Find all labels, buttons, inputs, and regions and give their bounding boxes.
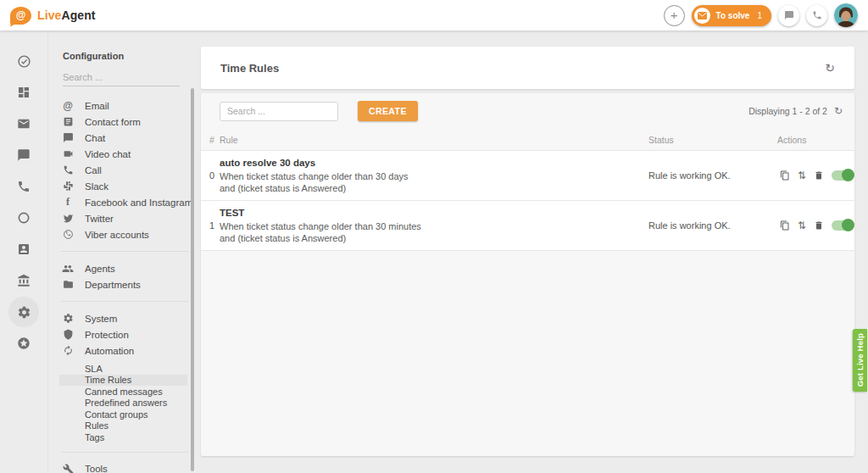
sidebar-item-contact-groups[interactable]: Contact groups <box>59 409 187 420</box>
sidebar-item-tools[interactable]: Tools <box>48 461 199 473</box>
check-circle-icon[interactable] <box>8 46 39 76</box>
search-input[interactable] <box>220 102 338 121</box>
sidebar-item-predefined-answers[interactable]: Predefined answers <box>59 398 187 409</box>
divider <box>61 251 188 252</box>
sidebar-item-protection[interactable]: Protection <box>48 326 199 342</box>
star-circle-icon[interactable] <box>8 328 39 359</box>
add-button[interactable]: + <box>664 5 685 26</box>
contact-form-icon <box>61 116 75 127</box>
sidebar-item-canned-messages[interactable]: Canned messages <box>59 386 187 398</box>
sidebar-item-call[interactable]: Call <box>48 162 199 178</box>
trash-icon[interactable] <box>814 170 824 181</box>
row-index: 0 <box>209 170 220 181</box>
sidebar-item-departments[interactable]: Departments <box>48 276 199 292</box>
copy-icon[interactable] <box>780 170 790 181</box>
sidebar-item-contact-form[interactable]: Contact form <box>48 114 199 130</box>
logo-text: LiveAgent <box>37 8 96 22</box>
table-header: # Rule Status Actions <box>201 129 854 150</box>
sidebar-item-tags[interactable]: Tags <box>59 431 187 443</box>
to-solve-button[interactable]: To solve 1 <box>692 5 771 26</box>
copy-icon[interactable] <box>780 220 790 231</box>
table-row[interactable]: 1 TEST When ticket status change older t… <box>201 200 854 251</box>
sidebar-item-viber[interactable]: Viber accounts <box>48 226 199 242</box>
rule-title: TEST <box>220 207 648 219</box>
rule-condition-line1: When ticket status change older than 30 … <box>220 170 648 182</box>
rule-title: auto resolve 30 days <box>220 157 648 169</box>
phone-icon[interactable] <box>8 171 39 202</box>
twitter-icon <box>61 213 75 224</box>
rule-status: Rule is working OK. <box>648 220 777 231</box>
folder-icon <box>61 279 75 290</box>
sidebar-item-time-rules[interactable]: Time Rules <box>59 375 187 387</box>
facebook-icon: f <box>61 196 75 209</box>
sidebar-item-chat[interactable]: Chat <box>48 130 199 146</box>
chat-icon <box>61 132 75 143</box>
sidebar-item-slack[interactable]: Slack <box>48 178 199 194</box>
mail-icon[interactable] <box>8 109 39 139</box>
rule-condition-line2: and (ticket status is Answered) <box>220 182 648 194</box>
sidebar-item-video-chat[interactable]: Video chat <box>48 146 199 162</box>
video-chat-icon <box>61 148 75 159</box>
to-solve-label: To solve <box>716 11 750 20</box>
sidebar-item-system[interactable]: System <box>48 310 199 326</box>
ring-icon[interactable] <box>8 203 39 233</box>
dashboard-icon[interactable] <box>8 77 39 108</box>
divider <box>61 301 188 302</box>
bank-icon[interactable] <box>8 265 39 296</box>
col-status: Status <box>648 135 777 145</box>
viber-icon <box>61 229 75 240</box>
refresh-icon[interactable]: ↻ <box>825 62 835 74</box>
sidebar-item-rules[interactable]: Rules <box>59 420 187 432</box>
row-index: 1 <box>209 220 220 231</box>
toolbar: CREATE Displaying 1 - 2 of 2 ↻ <box>201 93 854 129</box>
envelope-icon <box>694 8 710 24</box>
sidebar-heading: Configuration <box>48 31 199 61</box>
sidebar-item-email[interactable]: @ Email <box>48 97 199 114</box>
page-title: Time Rules <box>220 62 279 75</box>
plus-icon: + <box>670 8 678 21</box>
at-icon: @ <box>61 100 75 112</box>
slack-icon <box>61 181 75 192</box>
sidebar-item-sla[interactable]: SLA <box>59 363 187 375</box>
gear-icon[interactable] <box>8 297 39 327</box>
shield-icon <box>61 329 75 340</box>
sidebar-item-twitter[interactable]: Twitter <box>48 210 199 226</box>
sidebar-search-input[interactable] <box>63 69 180 86</box>
gear-icon <box>61 313 75 324</box>
rule-status: Rule is working OK. <box>648 170 777 181</box>
page-header: Time Rules ↻ <box>201 47 854 89</box>
contact-card-icon[interactable] <box>8 234 39 264</box>
calls-button[interactable] <box>806 5 827 26</box>
reorder-icon[interactable]: ⇅ <box>798 170 806 181</box>
col-actions: Actions <box>777 135 843 145</box>
reorder-icon[interactable]: ⇅ <box>798 220 806 231</box>
people-icon <box>61 263 75 275</box>
rule-condition-line2: and (ticket status is Answered) <box>220 232 648 244</box>
messages-button[interactable] <box>778 5 799 26</box>
trash-icon[interactable] <box>814 220 824 231</box>
displaying-count: Displaying 1 - 2 of 2 <box>748 106 827 116</box>
icon-rail <box>0 31 48 473</box>
liveagent-logo[interactable]: @ LiveAgent <box>10 7 96 25</box>
get-live-help-button[interactable]: Get Live Help <box>853 329 867 392</box>
time-rules-panel: CREATE Displaying 1 - 2 of 2 ↻ # Rule St… <box>201 93 854 456</box>
table-row[interactable]: 0 auto resolve 30 days When ticket statu… <box>201 150 854 200</box>
create-button[interactable]: CREATE <box>358 101 418 121</box>
topbar: @ LiveAgent + To solve 1 <box>0 0 868 31</box>
logo-bubble-icon: @ <box>10 7 31 25</box>
col-rule: Rule <box>220 135 648 145</box>
sidebar-item-facebook-instagram[interactable]: f Facebook and Instagram <box>48 194 199 210</box>
toggle-knob <box>842 219 854 231</box>
rule-condition-line1: When ticket status change older than 30 … <box>220 220 648 232</box>
refresh-icon[interactable]: ↻ <box>834 106 843 116</box>
call-icon <box>61 164 75 175</box>
chat-icon[interactable] <box>8 140 39 170</box>
enable-toggle[interactable] <box>832 220 854 231</box>
sidebar-item-agents[interactable]: Agents <box>48 260 199 276</box>
configuration-sidebar: Configuration @ Email Contact form Chat … <box>48 31 199 473</box>
sidebar-scrollbar[interactable] <box>191 88 194 471</box>
sidebar-item-automation[interactable]: Automation <box>48 342 199 359</box>
enable-toggle[interactable] <box>832 170 854 181</box>
user-avatar[interactable] <box>834 3 858 27</box>
to-solve-count: 1 <box>757 11 762 20</box>
